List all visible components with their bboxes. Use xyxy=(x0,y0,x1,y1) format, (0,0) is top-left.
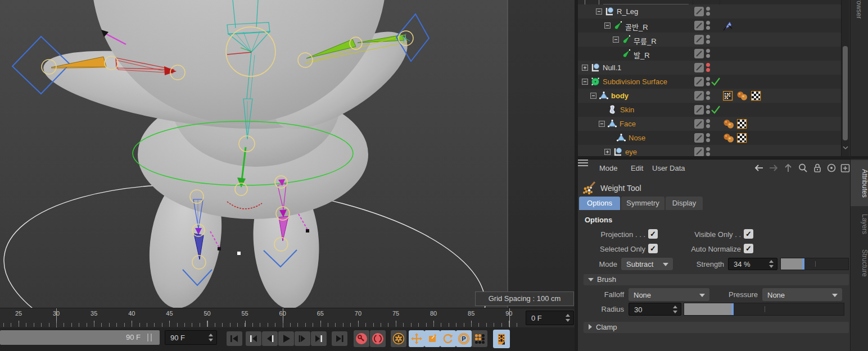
render-visibility-dot[interactable] xyxy=(706,82,710,86)
object-manager[interactable]: R_Leg 골반_R 무릎_R 발_R xyxy=(578,0,841,156)
render-visibility-dot[interactable] xyxy=(706,138,710,142)
scrollbar-thumb[interactable] xyxy=(843,46,848,140)
tab-attributes[interactable]: Attributes xyxy=(851,160,868,206)
expand-box[interactable] xyxy=(604,149,611,155)
content-browser-tab-strip[interactable]: Content Browser xyxy=(850,0,868,156)
editor-visibility-dot[interactable] xyxy=(706,35,710,39)
record-keyframe-button[interactable] xyxy=(354,330,369,347)
menu-user-data[interactable]: User Data xyxy=(652,164,685,172)
panel-divider-horizontal[interactable] xyxy=(578,156,868,159)
render-visibility-dot[interactable] xyxy=(706,110,710,114)
3d-viewport[interactable]: Grid Spacing : 100 cm xyxy=(0,0,575,308)
material-tag-icon[interactable] xyxy=(723,133,735,143)
strength-spinner[interactable] xyxy=(769,260,774,268)
object-name[interactable]: Face xyxy=(620,120,636,128)
object-row[interactable]: Face xyxy=(578,117,841,131)
layer-icon[interactable] xyxy=(694,7,704,16)
search-icon[interactable] xyxy=(797,162,808,174)
radius-field[interactable]: 30 xyxy=(629,303,681,316)
visible-only-checkbox[interactable]: ✓ xyxy=(744,229,753,239)
object-name[interactable]: 골반_R xyxy=(625,21,648,32)
editor-visibility-dot[interactable] xyxy=(706,91,710,95)
object-name[interactable]: 무릎_R xyxy=(634,35,657,46)
tab-content-browser[interactable]: Content Browser xyxy=(855,0,863,19)
object-row[interactable]: Subdivision Surface xyxy=(578,75,841,89)
timeline-ruler[interactable]: 2530354045505560657075808590 0 F xyxy=(0,308,578,327)
render-visibility-dot[interactable] xyxy=(706,96,710,100)
record-position-button[interactable] xyxy=(409,330,424,347)
editor-visibility-dot[interactable] xyxy=(706,105,710,109)
lock-icon[interactable] xyxy=(812,162,823,174)
tab-layers[interactable]: Layers xyxy=(851,209,868,239)
editor-visibility-dot[interactable] xyxy=(706,63,710,67)
menu-mode[interactable]: Mode xyxy=(599,164,618,172)
next-frame-button[interactable] xyxy=(295,331,310,346)
uv-tag-icon[interactable] xyxy=(737,119,747,129)
radius-spinner[interactable] xyxy=(673,306,678,313)
layer-icon[interactable] xyxy=(694,91,704,101)
current-frame-spinner[interactable] xyxy=(566,314,571,322)
material-tag-icon[interactable] xyxy=(723,119,735,129)
menu-icon[interactable] xyxy=(578,159,588,166)
auto-normalize-checkbox[interactable]: ✓ xyxy=(744,244,753,253)
frame-field-spinner[interactable] xyxy=(209,334,214,341)
object-row[interactable]: 무릎_R xyxy=(578,33,841,47)
enabled-check-icon[interactable] xyxy=(711,105,720,114)
render-visibility-dot[interactable] xyxy=(706,54,710,58)
uv-tag-icon[interactable] xyxy=(737,133,747,143)
menu-edit[interactable]: Edit xyxy=(631,164,643,172)
preview-range-slider[interactable]: 90 F xyxy=(0,330,160,345)
object-row[interactable]: 골반_R xyxy=(578,19,841,33)
previous-frame-button[interactable] xyxy=(262,331,278,346)
tab-symmetry[interactable]: Symmetry xyxy=(621,197,664,210)
layer-icon[interactable] xyxy=(694,63,704,72)
editor-visibility-dot[interactable] xyxy=(706,21,710,25)
object-name[interactable]: R_Leg xyxy=(617,7,638,16)
object-row[interactable]: 발_R xyxy=(578,47,841,61)
track-focus-icon[interactable] xyxy=(826,162,837,174)
keyframe-selection-button[interactable] xyxy=(391,330,406,347)
record-rotation-button[interactable] xyxy=(440,330,456,347)
render-visibility-dot[interactable] xyxy=(706,40,710,44)
object-row[interactable]: R_Leg xyxy=(578,4,841,19)
goto-start-button[interactable] xyxy=(227,331,242,346)
falloff-dropdown[interactable]: None xyxy=(629,288,709,301)
layer-icon[interactable] xyxy=(694,147,704,156)
scroll-down-icon[interactable] xyxy=(843,145,848,151)
brush-section-header[interactable]: Brush xyxy=(584,274,849,285)
tab-structure[interactable]: Structure xyxy=(851,243,868,282)
object-name[interactable]: Null.1 xyxy=(603,63,621,72)
strength-slider[interactable] xyxy=(780,258,849,270)
collapse-box[interactable] xyxy=(599,121,605,127)
layer-icon[interactable] xyxy=(694,105,704,115)
uv-tag-icon[interactable] xyxy=(751,91,761,101)
object-row[interactable]: Null.1 xyxy=(578,61,841,75)
object-name[interactable]: Subdivision Surface xyxy=(603,78,667,86)
goto-end-button[interactable] xyxy=(332,331,347,346)
expand-box[interactable] xyxy=(582,65,588,71)
render-visibility-dot[interactable] xyxy=(706,12,710,16)
current-frame-field[interactable]: 0 F xyxy=(526,311,574,325)
history-forward-icon[interactable] xyxy=(768,162,779,174)
pressure-dropdown[interactable]: None xyxy=(762,288,842,301)
render-visibility-dot[interactable] xyxy=(706,26,710,30)
object-name[interactable]: 발_R xyxy=(634,49,650,60)
object-name[interactable]: Skin xyxy=(620,106,634,114)
object-name[interactable]: body xyxy=(611,92,629,100)
mode-dropdown[interactable]: Subtract xyxy=(621,258,673,270)
collapse-box[interactable] xyxy=(613,37,619,43)
previous-key-button[interactable] xyxy=(246,331,261,346)
record-scale-button[interactable] xyxy=(424,330,440,347)
autokeying-button[interactable] xyxy=(370,330,386,347)
object-manager-scrollbar[interactable] xyxy=(841,0,849,156)
editor-visibility-dot[interactable] xyxy=(706,133,710,137)
new-panel-icon[interactable] xyxy=(839,162,851,174)
next-key-button[interactable] xyxy=(311,331,327,346)
layer-icon[interactable] xyxy=(694,21,704,30)
editor-visibility-dot[interactable] xyxy=(706,147,710,151)
collapse-box[interactable] xyxy=(596,8,602,15)
layer-icon[interactable] xyxy=(694,77,704,86)
object-row-selected[interactable]: body xyxy=(578,89,841,103)
point-level-animation-button[interactable] xyxy=(472,330,487,347)
clamp-section-header[interactable]: Clamp xyxy=(584,322,849,333)
